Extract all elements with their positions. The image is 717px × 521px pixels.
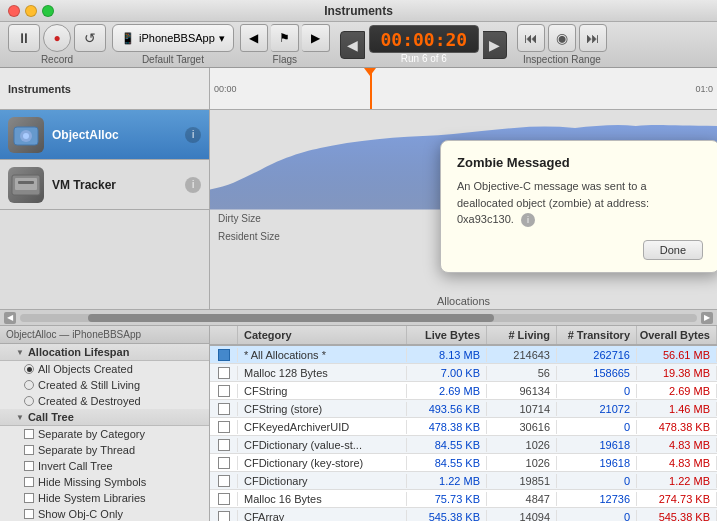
table-row[interactable]: Malloc 16 Bytes75.73 KB484712736274.73 K… xyxy=(210,490,717,508)
panel-item[interactable]: Separate by Category xyxy=(0,426,209,442)
bottom-section: ObjectAlloc — iPhoneBBSApp ▼ Allocation … xyxy=(0,326,717,521)
objectalloc-icon xyxy=(8,117,44,153)
data-table-area: Category Live Bytes # Living # Transitor… xyxy=(210,326,717,521)
panel-section-allocation-lifespan[interactable]: ▼ Allocation Lifespan xyxy=(0,344,209,361)
inspection-next-button[interactable]: ⏭ xyxy=(579,24,607,52)
row-checkbox-icon[interactable] xyxy=(218,511,230,522)
panel-item[interactable]: Created & Destroyed xyxy=(0,393,209,409)
timer-controls: ◀ 00:00:20 Run 6 of 6 ▶ xyxy=(340,25,507,64)
scroll-left-button[interactable]: ◀ xyxy=(4,312,16,324)
td-overall: 4.83 MB xyxy=(637,456,717,470)
panel-item[interactable]: Separate by Thread xyxy=(0,442,209,458)
td-checkbox xyxy=(210,384,238,398)
close-button[interactable] xyxy=(8,5,20,17)
table-row[interactable]: * All Allocations *8.13 MB21464326271656… xyxy=(210,346,717,364)
table-row[interactable]: CFDictionary (key-store)84.55 KB10261961… xyxy=(210,454,717,472)
td-transitory: 0 xyxy=(557,384,637,398)
table-row[interactable]: CFString2.69 MB9613402.69 MB xyxy=(210,382,717,400)
td-transitory: 12736 xyxy=(557,492,637,506)
th-graph xyxy=(210,326,238,344)
td-transitory: 0 xyxy=(557,510,637,522)
table-row[interactable]: CFDictionary1.22 MB1985101.22 MB xyxy=(210,472,717,490)
maximize-button[interactable] xyxy=(42,5,54,17)
td-living: 4847 xyxy=(487,492,557,506)
inspection-prev-button[interactable]: ⏮ xyxy=(517,24,545,52)
td-live-bytes: 75.73 KB xyxy=(407,492,487,506)
row-checkbox-icon[interactable] xyxy=(218,349,230,361)
left-panel: ObjectAlloc — iPhoneBBSApp ▼ Allocation … xyxy=(0,326,210,521)
panel-section-call-tree[interactable]: ▼ Call Tree xyxy=(0,409,209,426)
record-button[interactable]: ● xyxy=(43,24,71,52)
th-category: Category xyxy=(238,326,407,344)
row-checkbox-icon[interactable] xyxy=(218,439,230,451)
popup-done-button[interactable]: Done xyxy=(643,240,703,260)
inspection-record-icon: ◉ xyxy=(556,30,568,46)
inspection-record-button[interactable]: ◉ xyxy=(548,24,576,52)
flags-section: ◀ ⚑ ▶ Flags xyxy=(240,24,330,65)
panel-item-label: Created & Still Living xyxy=(38,379,140,391)
scroll-thumb[interactable] xyxy=(88,314,494,322)
flag-add-button[interactable]: ⚑ xyxy=(271,24,299,52)
playhead xyxy=(370,68,372,109)
panel-header: ObjectAlloc — iPhoneBBSApp xyxy=(0,326,209,344)
zombie-popup: Zombie Messaged An Objective-C message w… xyxy=(440,140,717,273)
panel-item[interactable]: Hide Missing Symbols xyxy=(0,474,209,490)
row-checkbox-icon[interactable] xyxy=(218,493,230,505)
instrument-item-vmtracker[interactable]: VM Tracker i xyxy=(0,160,209,210)
prev-run-button[interactable]: ◀ xyxy=(340,31,365,59)
td-living: 10714 xyxy=(487,402,557,416)
timer-display-group: 00:00:20 Run 6 of 6 xyxy=(369,25,479,64)
td-overall: 274.73 KB xyxy=(637,492,717,506)
scroll-track xyxy=(20,314,697,322)
table-row[interactable]: CFKeyedArchiverUID478.38 KB306160478.38 … xyxy=(210,418,717,436)
table-row[interactable]: CFArray545.38 KB140940545.38 KB xyxy=(210,508,717,521)
record-section: ⏸ ● ↺ Record xyxy=(8,24,106,65)
flag-prev-button[interactable]: ◀ xyxy=(240,24,268,52)
flag-next-button[interactable]: ▶ xyxy=(302,24,330,52)
td-category: * All Allocations * xyxy=(238,348,407,362)
timeline-area: Instruments 00:00 01:0 xyxy=(0,68,717,110)
dirty-size-label: Dirty Size xyxy=(218,210,280,228)
td-overall: 19.38 MB xyxy=(637,366,717,380)
panel-item[interactable]: Hide System Libraries xyxy=(0,490,209,506)
td-category: CFDictionary xyxy=(238,474,407,488)
refresh-icon: ↺ xyxy=(84,30,96,46)
row-checkbox-icon[interactable] xyxy=(218,421,230,433)
target-selector[interactable]: 📱 iPhoneBBSApp ▾ xyxy=(112,24,234,52)
traffic-lights xyxy=(8,5,54,17)
flag-buttons: ◀ ⚑ ▶ xyxy=(240,24,330,52)
minimize-button[interactable] xyxy=(25,5,37,17)
row-checkbox-icon[interactable] xyxy=(218,475,230,487)
timer-section: ◀ 00:00:20 Run 6 of 6 ▶ xyxy=(340,25,507,64)
inspection-prev-icon: ⏮ xyxy=(524,30,538,46)
table-row[interactable]: CFString (store)493.56 KB10714210721.46 … xyxy=(210,400,717,418)
scroll-right-button[interactable]: ▶ xyxy=(701,312,713,324)
td-category: CFString (store) xyxy=(238,402,407,416)
td-transitory: 0 xyxy=(557,474,637,488)
target-section: 📱 iPhoneBBSApp ▾ Default Target xyxy=(112,24,234,65)
next-icon: ▶ xyxy=(489,37,500,53)
vmtracker-icon xyxy=(8,167,44,203)
th-living: # Living xyxy=(487,326,557,344)
row-checkbox-icon[interactable] xyxy=(218,403,230,415)
panel-item[interactable]: Show Obj-C Only xyxy=(0,506,209,521)
panel-item[interactable]: Invert Call Tree xyxy=(0,458,209,474)
td-checkbox xyxy=(210,402,238,416)
row-checkbox-icon[interactable] xyxy=(218,385,230,397)
panel-item[interactable]: All Objects Created xyxy=(0,361,209,377)
instrument-item-objectalloc[interactable]: ObjectAlloc i xyxy=(0,110,209,160)
vmtracker-info-button[interactable]: i xyxy=(185,177,201,193)
next-run-button[interactable]: ▶ xyxy=(483,31,507,59)
row-checkbox-icon[interactable] xyxy=(218,457,230,469)
window-title: Instruments xyxy=(324,4,393,18)
objectalloc-info-button[interactable]: i xyxy=(185,127,201,143)
table-row[interactable]: Malloc 128 Bytes7.00 KB5615866519.38 MB xyxy=(210,364,717,382)
table-row[interactable]: CFDictionary (value-st...84.55 KB1026196… xyxy=(210,436,717,454)
refresh-button[interactable]: ↺ xyxy=(74,24,106,52)
pause-button[interactable]: ⏸ xyxy=(8,24,40,52)
flag-icon: ⚑ xyxy=(279,31,290,45)
info-icon: i xyxy=(521,213,535,227)
panel-item[interactable]: Created & Still Living xyxy=(0,377,209,393)
panel-item-label: Created & Destroyed xyxy=(38,395,141,407)
row-checkbox-icon[interactable] xyxy=(218,367,230,379)
